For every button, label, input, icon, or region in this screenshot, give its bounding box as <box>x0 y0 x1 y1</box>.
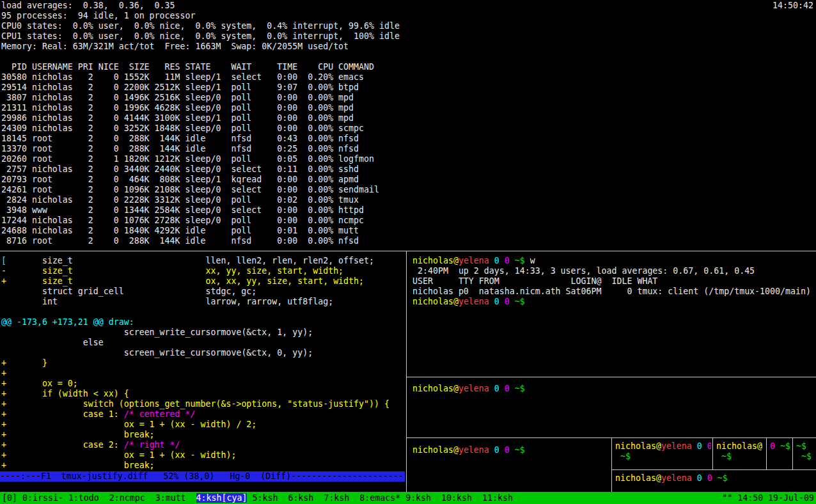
terminal-line: - size_t xx, yy, size, start, width; <box>1 266 405 276</box>
status-window[interactable]: 3:mutt <box>155 493 191 503</box>
terminal-line: + break; <box>1 461 405 471</box>
terminal-line <box>1 52 815 62</box>
terminal-line: nicholas p0 natasha.nicm.ath Sat06PM 0 t… <box>412 287 816 297</box>
terminal-line: 18145 root 2 0 288K 144K idle nfsd 0:43 … <box>1 134 815 144</box>
terminal-line: 3807 nicholas 2 0 1496K 2516K sleep/0 po… <box>1 93 815 103</box>
terminal-line: + case 2: /* right */ <box>1 440 405 450</box>
terminal-line: 20260 root 2 1 1820K 1212K sleep/0 poll … <box>1 154 815 164</box>
terminal-line: @@ -173,6 +173,21 @@ draw: <box>1 317 405 327</box>
terminal-line: 30580 nicholas 2 0 1552K 11M sleep/1 sel… <box>1 72 815 83</box>
terminal-line: + ox = 0; <box>1 379 405 389</box>
terminal-line: PID USERNAME PRI NICE SIZE RES STATE WAI… <box>1 62 815 72</box>
terminal-line: Memory: Real: 63M/321M act/tot Free: 166… <box>1 42 815 52</box>
terminal-line: 2757 nicholas 2 0 3440K 2440K sleep/0 se… <box>1 164 815 175</box>
top-clock: 14:50:42 <box>773 1 813 11</box>
terminal-line: 24261 root 2 0 1096K 2108K sleep/0 selec… <box>1 185 815 195</box>
terminal-line: + <box>1 368 405 379</box>
terminal-line <box>1 307 405 317</box>
terminal-line: USER TTY FROM LOGIN@ IDLE WHAT <box>412 276 816 287</box>
status-window[interactable]: 6:ksh <box>288 493 318 503</box>
terminal-line: 3948 www 2 0 1344K 2584K sleep/0 select … <box>1 205 815 216</box>
pane-border-vertical-small-3 <box>792 437 793 469</box>
terminal-line: 24688 nicholas 2 0 1840K 4292K idle poll… <box>1 226 815 236</box>
terminal-line: nicholas@yelena 0 0 ~$ <box>615 473 815 484</box>
pane-top-command[interactable]: load averages: 0.38, 0.36, 0.3595 proces… <box>1 1 815 250</box>
terminal-line: nicholas@yelena 0 0 ~$ <box>412 297 816 307</box>
pane-border-vertical-small <box>611 437 612 492</box>
terminal-line: + switch (options_get_number(&s->options… <box>1 399 405 409</box>
terminal-line: 24309 nicholas 2 0 3252K 1848K sleep/0 p… <box>1 123 815 134</box>
pane-border-horizontal-right-1 <box>407 377 816 377</box>
pane-shell-small-1[interactable]: nicholas@yelena 0 0 ~$ <box>615 441 711 467</box>
pane-shell-3[interactable]: nicholas@yelena 0 0 ~$ <box>412 445 609 490</box>
status-window-list: 0:irssi- 1:todo 2:ncmpc 3:mutt 4:ksh[cya… <box>22 493 513 503</box>
terminal-line: 29986 nicholas 2 0 4144K 3100K sleep/1 p… <box>1 113 815 123</box>
terminal-line: nicholas@ <box>716 441 765 452</box>
status-window[interactable]: 7:ksh <box>324 493 354 503</box>
pane-border-horizontal-main <box>0 251 816 251</box>
terminal-line: + case 1: /* centered */ <box>1 409 405 420</box>
terminal-line: nicholas@yelena 0 0 <box>615 441 711 452</box>
pane-shell-w[interactable]: nicholas@yelena 0 0 ~$ w 2:40PM up 2 day… <box>412 256 816 375</box>
terminal-line: 21311 nicholas 2 0 1996K 4628K sleep/0 p… <box>1 103 815 113</box>
status-window[interactable]: 5:ksh <box>252 493 283 503</box>
status-window-active[interactable]: 4:ksh[cya] <box>196 493 247 503</box>
status-window[interactable]: 1:todo <box>68 493 104 503</box>
terminal-line: [ size_t llen, llen2, rlen, rlen2, offse… <box>1 256 405 266</box>
terminal-line: ~$ <box>615 452 711 462</box>
pane-shell-4[interactable]: nicholas@yelena 0 0 ~$ <box>615 473 815 491</box>
terminal-line: ~$ <box>716 452 765 462</box>
status-window[interactable]: 8:emacs* <box>359 493 400 503</box>
terminal-line: CPU0 states: 0.0% user, 0.0% nice, 0.0% … <box>1 21 815 31</box>
pane-emacs-diff[interactable]: [ size_t llen, llen2, rlen, rlen2, offse… <box>1 256 405 471</box>
terminal-screen: load averages: 0.38, 0.36, 0.3595 proces… <box>0 0 816 504</box>
terminal-line: load averages: 0.38, 0.36, 0.35 <box>1 1 815 11</box>
terminal-line: + size_t ox, xx, yy, size, start, width; <box>1 276 405 287</box>
terminal-line: screen_write_cursormove(&ctx, 1, yy); <box>1 327 405 338</box>
terminal-line: struct grid_cell stdgc, gc; <box>1 287 405 297</box>
terminal-line: + ox = 1 + (xx - width) / 2; <box>1 420 405 430</box>
terminal-line: nicholas@yelena 0 0 ~$ w <box>412 256 816 266</box>
emacs-minibuffer <box>0 482 405 492</box>
pane-border-vertical-main <box>406 251 407 492</box>
terminal-line: 2:40PM up 2 days, 14:33, 3 users, load a… <box>412 266 816 276</box>
status-session-name: [0] <box>2 493 17 503</box>
status-right-clock: "" 14:50 19-Jul-09 <box>722 493 814 503</box>
terminal-line: 13370 root 2 0 288K 144K idle nfsd 0:25 … <box>1 144 815 154</box>
terminal-line: 29514 nicholas 2 0 2200K 2512K sleep/1 p… <box>1 83 815 93</box>
terminal-line: nicholas@yelena 0 0 ~$ <box>412 445 609 455</box>
terminal-line: 95 processes: 94 idle, 1 on processor <box>1 11 815 21</box>
tmux-status-bar: [0] 0:irssi- 1:todo 2:ncmpc 3:mutt 4:ksh… <box>0 492 816 504</box>
terminal-line: + ox = 1 + (xx - width); <box>1 450 405 461</box>
pane-shell-2[interactable]: nicholas@yelena 0 0 ~$ <box>412 384 816 436</box>
terminal-line: 8716 root 2 0 288K 144K idle nfsd 0:00 0… <box>1 236 815 246</box>
emacs-modeline: ----:---F1 tmux-justify.diff 52% (38,0) … <box>0 471 405 482</box>
terminal-line: + if (width < xx) { <box>1 389 405 399</box>
pane-border-vertical-small-1 <box>712 437 713 469</box>
terminal-line: 17244 nicholas 2 0 1076K 2728K sleep/0 p… <box>1 216 815 226</box>
pane-shell-small-3[interactable]: 0 ~$ <box>770 441 791 467</box>
terminal-line: 0 ~$ <box>770 441 791 452</box>
pane-shell-small-2[interactable]: nicholas@ ~$ <box>716 441 765 467</box>
status-window[interactable]: 11:ksh <box>482 493 513 503</box>
terminal-line: ~$ <box>796 452 815 462</box>
terminal-line: screen_write_cursormove(&ctx, 0, yy); <box>1 348 405 358</box>
pane-border-vertical-small-2 <box>766 437 767 469</box>
terminal-line: + } <box>1 358 405 368</box>
status-window[interactable]: 10:ksh <box>441 493 477 503</box>
terminal-line: + break; <box>1 430 405 440</box>
pane-shell-small-4[interactable]: ~$ ~$ <box>796 441 815 467</box>
status-window[interactable]: 2:ncmpc <box>109 493 150 503</box>
terminal-line: int larrow, rarrow, utf8flag; <box>1 297 405 307</box>
pane-border-horizontal-right-3 <box>612 469 816 470</box>
terminal-line: 20793 root 2 0 464K 808K sleep/1 kqread … <box>1 175 815 185</box>
status-window[interactable]: 9:ksh <box>405 493 436 503</box>
terminal-line: CPU1 states: 0.0% user, 0.0% nice, 0.0% … <box>1 31 815 42</box>
status-window[interactable]: 0:irssi- <box>22 493 63 503</box>
terminal-line: else <box>1 338 405 348</box>
terminal-line: nicholas@yelena 0 0 ~$ <box>412 384 816 394</box>
terminal-line: 2824 nicholas 2 0 2228K 3312K sleep/0 po… <box>1 195 815 205</box>
terminal-line: ~$ <box>796 441 815 452</box>
